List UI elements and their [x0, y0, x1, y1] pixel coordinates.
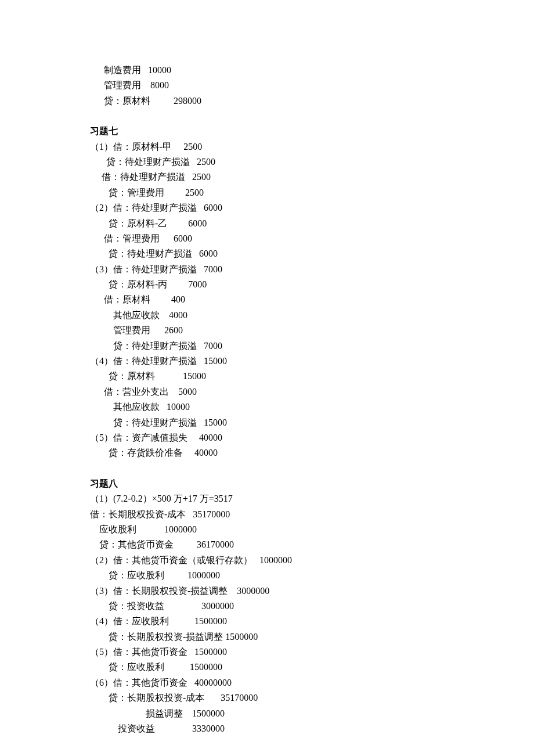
exercise-8: 习题八 （1）(7.2-0.2）×500 万+17 万=3517 借：长期股权投…: [90, 476, 444, 737]
text-line: 贷：待处理财产损溢 7000: [90, 339, 444, 354]
text-line: 贷：投资收益 3000000: [90, 599, 444, 614]
text-line: 贷：应收股利 1500000: [90, 660, 444, 675]
text-line: 贷：原材料 15000: [90, 369, 444, 384]
text-line: 借：长期股权投资-成本 35170000: [90, 507, 444, 522]
section-title: 习题八: [90, 476, 444, 491]
text-line: 损益调整 1500000: [90, 706, 444, 721]
spacer: [90, 461, 444, 476]
text-line: （2）借：待处理财产损溢 6000: [90, 200, 444, 215]
text-line: （3）借：待处理财产损溢 7000: [90, 262, 444, 277]
text-line: （5）借：其他货币资金 1500000: [90, 645, 444, 660]
text-line: 贷：长期股权投资-成本 35170000: [90, 690, 444, 705]
text-line: 借：营业外支出 5000: [90, 384, 444, 399]
text-line: 贷：其他货币资金 36170000: [90, 537, 444, 552]
text-line: 贷：待处理财产损溢 15000: [90, 415, 444, 430]
text-line: 制造费用 10000: [90, 63, 444, 78]
text-line: 管理费用 2600: [90, 323, 444, 338]
text-line: （2）借：其他货币资金（或银行存款） 1000000: [90, 553, 444, 568]
text-line: 贷：长期股权投资-损益调整 1500000: [90, 629, 444, 645]
text-line: （4）借：应收股利 1500000: [90, 614, 444, 629]
text-line: （1）借：原材料-甲 2500: [90, 139, 444, 154]
text-line: 贷：原材料-丙 7000: [90, 277, 444, 292]
text-line: 贷：应收股利 1000000: [90, 568, 444, 583]
text-line: 借：待处理财产损溢 2500: [90, 170, 444, 185]
text-line: 其他应收款 10000: [90, 399, 444, 415]
text-line: 其他应收款 4000: [90, 308, 444, 323]
section-title: 习题七: [90, 124, 444, 139]
text-line: 借：原材料 400: [90, 292, 444, 307]
text-line: 借：管理费用 6000: [90, 231, 444, 246]
text-line: （1）(7.2-0.2）×500 万+17 万=3517: [90, 491, 444, 506]
text-line: 贷：待处理财产损溢 6000: [90, 246, 444, 261]
text-line: （5）借：资产减值损失 40000: [90, 430, 444, 445]
text-line: 投资收益 3330000: [90, 721, 444, 736]
spacer: [90, 109, 444, 124]
text-line: 贷：待处理财产损溢 2500: [90, 154, 444, 170]
exercise-7: 习题七 （1）借：原材料-甲 2500 贷：待处理财产损溢 2500 借：待处理…: [90, 124, 444, 461]
text-line: （3）借：长期股权投资-损益调整 3000000: [90, 584, 444, 599]
page-root: 制造费用 10000 管理费用 8000 贷：原材料 298000 习题七 （1…: [0, 0, 534, 756]
text-line: （4）借：待处理财产损溢 15000: [90, 354, 444, 369]
text-line: 应收股利 1000000: [90, 522, 444, 537]
text-line: 管理费用 8000: [90, 78, 444, 93]
text-line: 贷：存货跌价准备 40000: [90, 445, 444, 460]
text-line: 贷：原材料-乙 6000: [90, 216, 444, 231]
text-line: （6）借：其他货币资金 40000000: [90, 675, 444, 690]
text-line: 贷：管理费用 2500: [90, 185, 444, 200]
intro-block: 制造费用 10000 管理费用 8000 贷：原材料 298000: [90, 63, 444, 109]
text-line: 贷：原材料 298000: [90, 93, 444, 109]
